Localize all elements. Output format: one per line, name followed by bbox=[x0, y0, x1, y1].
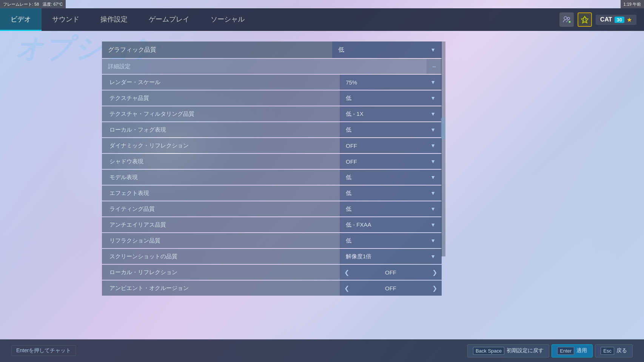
setting-value-11[interactable]: 解像度1倍▼ bbox=[340, 249, 442, 264]
setting-row: アンチエイリアス品質低 - FXAA▼ bbox=[102, 217, 442, 232]
setting-row: シャドウ表現OFF▼ bbox=[102, 154, 442, 169]
setting-row: ローカル・フォグ表現低▼ bbox=[102, 122, 442, 137]
setting-row: エフェクト表現低▼ bbox=[102, 186, 442, 201]
graphics-quality-label: グラフィック品質 bbox=[102, 41, 332, 58]
svg-point-1 bbox=[567, 17, 570, 20]
friends-icon[interactable] bbox=[559, 12, 574, 27]
setting-value-0[interactable]: 75%▼ bbox=[340, 75, 442, 90]
setting-value-7[interactable]: 低▼ bbox=[340, 186, 442, 201]
setting-value-3[interactable]: 低▼ bbox=[340, 122, 442, 137]
esc-key: Esc bbox=[601, 347, 614, 355]
backspace-key: Back Space bbox=[473, 347, 504, 355]
setting-row: ローカル・リフレクション ❮ OFF ❯ bbox=[102, 265, 442, 280]
dropdown-arrow-1: ▼ bbox=[430, 95, 436, 101]
setting-value-9[interactable]: 低 - FXAA▼ bbox=[340, 217, 442, 232]
temp-info: 温度: 67°C bbox=[43, 2, 63, 7]
header-right: CAT 30 ★ bbox=[559, 12, 644, 27]
scrollbar-thumb[interactable] bbox=[441, 117, 445, 140]
setting-name-13: アンビエント・オクルージョン bbox=[102, 281, 340, 296]
backspace-label: 初期設定に戻す bbox=[507, 347, 544, 354]
collapse-button[interactable]: － bbox=[427, 59, 442, 74]
svg-point-0 bbox=[564, 17, 567, 20]
dropdown-arrow-0: ▼ bbox=[430, 79, 436, 85]
setting-row: テクスチャ品質低▼ bbox=[102, 90, 442, 106]
dropdown-arrow-2: ▼ bbox=[430, 111, 436, 117]
dropdown-arrow-11: ▼ bbox=[430, 253, 436, 259]
clock-time: 1:19 午前 bbox=[624, 2, 641, 7]
toggle-right-12[interactable]: ❯ bbox=[432, 269, 437, 276]
setting-value-6[interactable]: 低▼ bbox=[340, 170, 442, 185]
setting-value-1[interactable]: 低▼ bbox=[340, 90, 442, 106]
setting-name-3: ローカル・フォグ表現 bbox=[102, 122, 340, 137]
clock: 1:19 午前 bbox=[621, 0, 644, 8]
toggle-left-12[interactable]: ❮ bbox=[344, 269, 349, 276]
dropdown-arrow-5: ▼ bbox=[430, 158, 436, 164]
setting-row: リフラクション品質低▼ bbox=[102, 233, 442, 248]
back-button[interactable]: Esc 戻る bbox=[595, 344, 633, 357]
scrollbar-track[interactable] bbox=[441, 41, 445, 256]
graphics-quality-dropdown[interactable]: 低 ▼ bbox=[332, 41, 442, 58]
user-level: 30 bbox=[615, 17, 624, 23]
setting-value-12[interactable]: ❮ OFF ❯ bbox=[340, 265, 442, 280]
toggle-right-13[interactable]: ❯ bbox=[432, 285, 437, 292]
dropdown-arrow-9: ▼ bbox=[430, 222, 436, 228]
dropdown-arrow-3: ▼ bbox=[430, 127, 436, 133]
setting-value-10[interactable]: 低▼ bbox=[340, 233, 442, 248]
setting-name-12: ローカル・リフレクション bbox=[102, 265, 340, 280]
setting-row: スクリーンショットの品質解像度1倍▼ bbox=[102, 249, 442, 264]
back-label: 戻る bbox=[616, 347, 627, 354]
setting-name-10: リフラクション品質 bbox=[102, 233, 340, 248]
chat-hint: Enterを押してチャット bbox=[11, 345, 76, 356]
setting-name-1: テクスチャ品質 bbox=[102, 90, 340, 106]
setting-row: アンビエント・オクルージョン ❮ OFF ❯ bbox=[102, 281, 442, 296]
apply-label: 適用 bbox=[576, 347, 587, 354]
dropdown-arrow-10: ▼ bbox=[430, 238, 436, 244]
setting-value-8[interactable]: 低▼ bbox=[340, 201, 442, 216]
enter-key: Enter bbox=[557, 347, 574, 355]
setting-value-13[interactable]: ❮ OFF ❯ bbox=[340, 281, 442, 296]
tab-video[interactable]: ビデオ bbox=[0, 8, 42, 31]
setting-name-11: スクリーンショットの品質 bbox=[102, 249, 340, 264]
star-icon: ★ bbox=[627, 16, 632, 23]
apply-button[interactable]: Enter 適用 bbox=[552, 344, 593, 357]
fps-info: フレームレート: 58 bbox=[3, 2, 39, 7]
bottom-bar: Enterを押してチャット Back Space 初期設定に戻す Enter 適… bbox=[0, 339, 644, 362]
tab-sound[interactable]: サウンド bbox=[42, 8, 90, 31]
tab-gameplay[interactable]: ゲームプレイ bbox=[138, 8, 200, 31]
guild-icon[interactable] bbox=[578, 12, 592, 27]
setting-row: テクスチャ・フィルタリング品質低 - 1X▼ bbox=[102, 106, 442, 121]
setting-name-4: ダイナミック・リフレクション bbox=[102, 138, 340, 153]
header: ビデオ サウンド 操作設定 ゲームプレイ ソーシャル bbox=[0, 8, 644, 31]
dropdown-arrow-8: ▼ bbox=[430, 206, 436, 212]
setting-name-8: ライティング品質 bbox=[102, 201, 340, 216]
settings-panel: グラフィック品質 低 ▼ 詳細設定 － レンダー・スケール75%▼テクスチャ品質… bbox=[102, 41, 442, 296]
setting-value-2[interactable]: 低 - 1X▼ bbox=[340, 106, 442, 121]
dropdown-arrow-6: ▼ bbox=[430, 174, 436, 180]
sysinfo: フレームレート: 58 温度: 67°C bbox=[0, 0, 66, 8]
setting-value-4[interactable]: OFF▼ bbox=[340, 138, 442, 153]
dropdown-arrow-gfx: ▼ bbox=[430, 47, 436, 53]
setting-name-0: レンダー・スケール bbox=[102, 75, 340, 90]
setting-name-9: アンチエイリアス品質 bbox=[102, 217, 340, 232]
setting-row: ライティング品質低▼ bbox=[102, 201, 442, 216]
tab-social[interactable]: ソーシャル bbox=[200, 8, 255, 31]
nav-tabs: ビデオ サウンド 操作設定 ゲームプレイ ソーシャル bbox=[0, 8, 559, 31]
detail-header: 詳細設定 － bbox=[102, 59, 442, 74]
setting-value-5[interactable]: OFF▼ bbox=[340, 154, 442, 169]
setting-row: モデル表現低▼ bbox=[102, 170, 442, 185]
dropdown-arrow-7: ▼ bbox=[430, 190, 436, 196]
tab-controls[interactable]: 操作設定 bbox=[90, 8, 138, 31]
setting-name-7: エフェクト表現 bbox=[102, 186, 340, 201]
user-info: CAT 30 ★ bbox=[596, 15, 636, 25]
setting-row: ダイナミック・リフレクションOFF▼ bbox=[102, 138, 442, 153]
setting-row: レンダー・スケール75%▼ bbox=[102, 75, 442, 90]
detail-label: 詳細設定 bbox=[102, 59, 427, 74]
bottom-actions: Back Space 初期設定に戻す Enter 適用 Esc 戻る bbox=[467, 344, 633, 357]
back-space-button[interactable]: Back Space 初期設定に戻す bbox=[467, 344, 549, 357]
setting-name-2: テクスチャ・フィルタリング品質 bbox=[102, 106, 340, 121]
setting-name-6: モデル表現 bbox=[102, 170, 340, 185]
dropdown-arrow-4: ▼ bbox=[430, 143, 436, 149]
toggle-left-13[interactable]: ❮ bbox=[344, 285, 349, 292]
setting-name-5: シャドウ表現 bbox=[102, 154, 340, 169]
username: CAT bbox=[600, 16, 612, 23]
